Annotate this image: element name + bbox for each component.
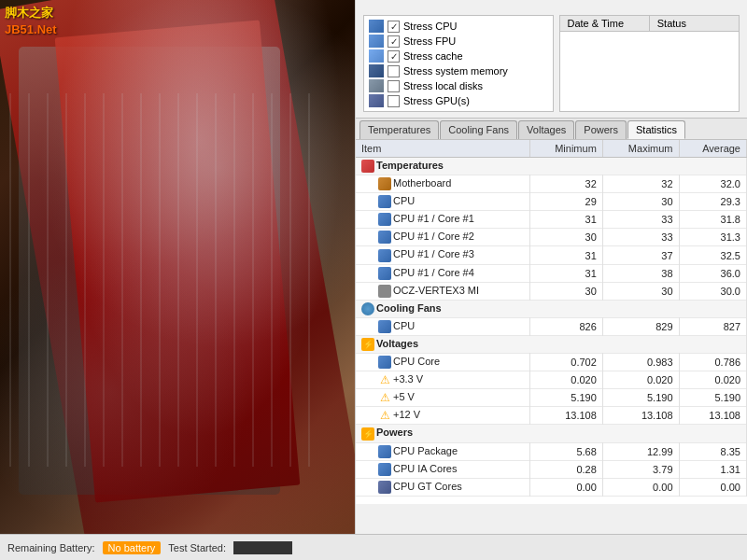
table-row: ⚡Powers [356,425,747,442]
top-section: Stress CPU Stress FPU Stress cache Stres… [356,7,747,112]
watermark-line1: 脚木之家 [5,5,57,21]
stress-row-cpu: Stress CPU [369,19,548,34]
date-time-col-header: Date & Time [560,16,650,31]
table-row: ⚡Voltages [356,335,747,353]
stress-row-fpu: Stress FPU [369,34,548,49]
table-row: CPU #1 / Core #3313732.5 [356,246,747,264]
col-maximum: Maximum [602,140,679,158]
stress-cpu-checkbox[interactable] [388,21,400,33]
tabs-row: Temperatures Cooling Fans Voltages Power… [356,118,747,140]
battery-label: Remaining Battery: [7,542,95,553]
stress-gpu-label: Stress GPU(s) [403,95,470,106]
table-row: CPU Core0.7020.9830.786 [356,354,747,371]
stress-cache-label: Stress cache [403,50,463,62]
col-item: Item [356,140,530,158]
tab-voltages[interactable]: Voltages [518,120,574,139]
table-row: ⚠+12 V13.10813.10813.108 [356,407,747,425]
statistics-table: Item Minimum Maximum Average Temperature… [356,140,747,497]
col-average: Average [679,140,746,158]
date-status-panel: Date & Time Status [559,15,740,112]
stress-row-memory: Stress system memory [369,63,548,78]
stress-gpu-checkbox[interactable] [388,95,400,107]
watermark-line2: JB51.Net [5,21,57,38]
stress-fpu-checkbox[interactable] [388,35,400,48]
stress-memory-label: Stress system memory [403,65,508,77]
table-row: Motherboard323232.0 [356,175,747,193]
test-started-label: Test Started: [168,542,226,553]
table-row: Temperatures [356,158,747,175]
stress-row-disk: Stress local disks [369,78,548,93]
table-row: ⚠+3.3 V0.0200.0200.020 [356,371,747,389]
stress-disk-icon [369,79,384,92]
table-row: CPU #1 / Core #2303331.3 [356,229,747,246]
stress-cache-checkbox[interactable] [388,50,400,63]
stress-cpu-icon [369,20,384,33]
battery-value: No battery [103,541,162,554]
date-status-header: Date & Time Status [560,16,740,32]
stress-cpu-label: Stress CPU [403,21,457,32]
watermark: 脚木之家 JB51.Net [5,5,57,38]
table-row: ⚠+5 V5.1905.1905.190 [356,389,747,407]
table-row: CPU GT Cores0.000.000.00 [356,478,747,496]
stress-fpu-label: Stress FPU [403,35,456,47]
table-row: CPU #1 / Core #1313331.8 [356,211,747,229]
background-image [0,0,364,560]
table-row: CPU IA Cores0.283.791.31 [356,460,747,478]
stress-disk-checkbox[interactable] [388,80,400,92]
status-bar: Remaining Battery: No battery Test Start… [0,534,747,560]
test-started-value [233,541,292,554]
stress-memory-checkbox[interactable] [388,65,400,77]
tab-statistics[interactable]: Statistics [627,120,685,139]
table-row: CPU293029.3 [356,193,747,211]
table-row: CPU826829827 [356,317,747,335]
stress-gpu-icon [369,94,384,107]
table-row: CPU Package5.6812.998.35 [356,442,747,460]
status-col-header: Status [650,16,739,31]
tab-cooling-fans[interactable]: Cooling Fans [440,120,517,139]
stress-row-cache: Stress cache [369,49,548,63]
stress-fpu-icon [369,35,384,48]
stress-row-gpu: Stress GPU(s) [369,93,548,108]
stress-cache-icon [369,49,384,63]
stress-disk-label: Stress local disks [403,80,483,91]
tab-powers[interactable]: Powers [575,120,627,139]
table-row: OCZ-VERTEX3 MI303030.0 [356,282,747,300]
table-row: Cooling Fans [356,300,747,317]
tab-temperatures[interactable]: Temperatures [359,120,439,139]
col-minimum: Minimum [530,140,603,158]
main-panel: Stress CPU Stress FPU Stress cache Stres… [355,0,747,560]
statistics-table-wrapper: Item Minimum Maximum Average Temperature… [356,140,747,504]
stress-memory-icon [369,64,384,77]
stress-options: Stress CPU Stress FPU Stress cache Stres… [363,15,554,112]
table-row: CPU #1 / Core #4313836.0 [356,264,747,282]
table-header-row: Item Minimum Maximum Average [356,140,747,158]
